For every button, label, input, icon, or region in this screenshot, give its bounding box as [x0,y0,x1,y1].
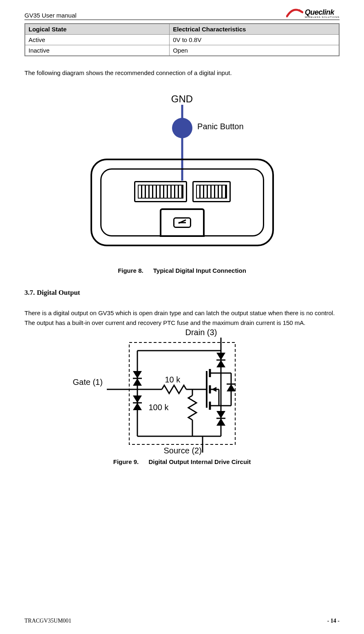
section-title: Digital Output [37,289,80,296]
table-header-state: Logical State [25,24,170,35]
logo-swoosh-icon [286,8,303,19]
figure-9-container: Gate (1) Drain (3) Source (2) 10 k 100 k [24,330,340,457]
device-outline [90,159,274,246]
svg-marker-32 [216,360,225,367]
svg-marker-10 [133,403,142,410]
svg-marker-8 [133,395,142,403]
gnd-wire [181,105,183,119]
figure-number: Figure 9. [113,458,139,465]
svg-marker-35 [216,418,225,426]
figure-9-diagram: Gate (1) Drain (3) Source (2) 10 k 100 k [84,330,280,457]
panic-button-label: Panic Button [197,122,243,131]
svg-marker-7 [133,378,142,386]
svg-marker-30 [216,353,225,360]
svg-marker-33 [216,411,225,418]
figure-number: Figure 8. [118,267,143,274]
figure-8-container: GND Panic Button [24,93,340,252]
brand-logo: Queclink WIRELESS SOLUTIONS [286,8,340,19]
footer-page-number: - 14 - [327,618,340,624]
footer-doc-id: TRACGV35UM001 [24,618,71,624]
figure-8-caption: Figure 8. Typical Digital Input Connecti… [24,267,340,274]
device-inner-outline [100,168,264,236]
figure-title: Digital Output Internal Drive Circuit [148,458,251,465]
source-label: Source (2) [164,446,202,455]
page-footer: TRACGV35UM001 - 14 - [24,618,340,624]
figure-9-caption: Figure 9. Digital Output Internal Drive … [24,458,340,465]
r1-label: 10 k [165,375,181,384]
logical-state-table: Logical State Electrical Characteristics… [24,23,340,56]
figure-8-diagram: GND Panic Button [86,93,278,252]
table-cell: 0V to 0.8V [170,35,339,45]
table-cell: Inactive [25,45,170,56]
section-number: 3.7. [24,289,35,296]
connector-right-icon [192,181,231,202]
table-cell: Open [170,45,339,56]
table-row: Inactive Open [25,45,339,56]
table-cell: Active [25,35,170,45]
svg-point-1 [299,9,300,11]
r2-label: 100 k [149,403,169,412]
logo-brand-text: Queclink [305,9,334,16]
gate-label: Gate (1) [73,378,103,387]
svg-marker-5 [133,371,142,378]
svg-marker-28 [227,384,236,391]
table-row: Active 0V to 0.8V [25,35,339,45]
connector-left-icon [134,181,187,202]
section-heading: 3.7. Digital Output [24,289,340,297]
svg-marker-22 [212,387,216,392]
doc-title: GV35 User manual [24,12,77,19]
figure-title: Typical Digital Input Connection [153,267,246,274]
table-header-char: Electrical Characteristics [170,24,339,35]
usb-symbol-icon [173,217,191,228]
svg-point-0 [300,11,302,13]
logo-tagline-text: WIRELESS SOLUTIONS [305,16,340,18]
panic-button-icon [172,118,192,138]
drain-label: Drain (3) [185,328,217,337]
section-paragraph: There is a digital output on GV35 which … [24,308,340,328]
gnd-label: GND [171,93,193,105]
usb-port-icon [160,208,205,237]
page-header: GV35 User manual Queclink WIRELESS SOLUT… [24,8,340,20]
intro-paragraph: The following diagram shows the recommen… [24,68,340,77]
